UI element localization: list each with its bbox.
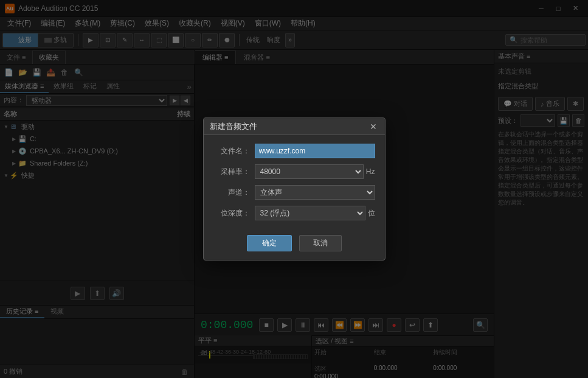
channels-select[interactable]: 立体声 bbox=[255, 185, 375, 200]
sample-rate-label: 采样率： bbox=[213, 167, 250, 177]
dialog-ok-btn[interactable]: 确定 bbox=[247, 235, 292, 251]
bit-depth-unit: 位 bbox=[368, 208, 375, 219]
dialog-title-bar: 新建音频文件 ✕ bbox=[204, 118, 385, 135]
filename-row: 文件名： bbox=[213, 144, 375, 158]
sample-rate-select-row: 48000 Hz bbox=[255, 164, 375, 179]
sample-rate-unit: Hz bbox=[366, 167, 375, 176]
channels-label: 声道： bbox=[213, 187, 250, 198]
dialog-cancel-btn[interactable]: 取消 bbox=[299, 235, 342, 251]
channels-row: 声道： 立体声 bbox=[213, 185, 375, 200]
dialog-overlay: 新建音频文件 ✕ 文件名： 采样率： 48000 Hz 声道： bbox=[0, 0, 588, 378]
dialog-close-btn[interactable]: ✕ bbox=[368, 121, 379, 132]
dialog-body: 文件名： 采样率： 48000 Hz 声道： 立体声 bbox=[204, 135, 385, 229]
filename-input[interactable] bbox=[255, 144, 375, 158]
channels-select-row: 立体声 bbox=[255, 185, 375, 200]
bit-depth-select[interactable]: 32 (浮点) bbox=[255, 206, 365, 220]
new-file-dialog: 新建音频文件 ✕ 文件名： 采样率： 48000 Hz 声道： bbox=[203, 117, 386, 261]
dialog-title: 新建音频文件 bbox=[210, 121, 368, 132]
sample-rate-row: 采样率： 48000 Hz bbox=[213, 164, 375, 179]
bit-depth-select-row: 32 (浮点) 位 bbox=[255, 206, 375, 220]
filename-label: 文件名： bbox=[213, 146, 250, 156]
bit-depth-label: 位深度： bbox=[213, 208, 250, 219]
dialog-footer: 确定 取消 bbox=[204, 229, 385, 260]
sample-rate-select[interactable]: 48000 bbox=[255, 164, 364, 179]
bit-depth-row: 位深度： 32 (浮点) 位 bbox=[213, 206, 375, 220]
